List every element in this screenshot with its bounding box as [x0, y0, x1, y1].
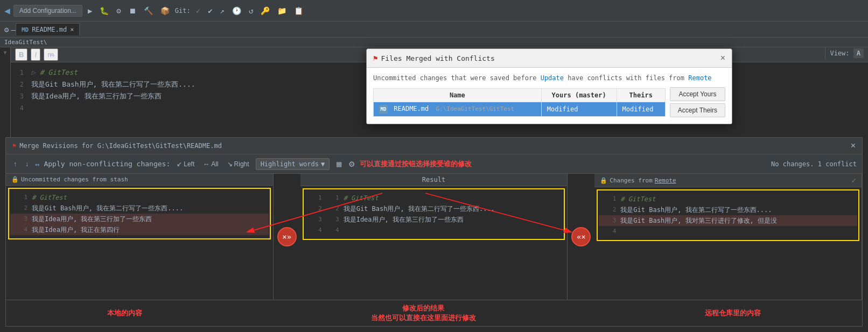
left-panel-header: 🔒 Uncommitted changes from stash: [6, 174, 273, 186]
center-panel: Result 1 1 # GitTest 2 2 我是Git Bash用户, 我…: [300, 174, 568, 300]
md-file-icon: MD: [22, 26, 29, 33]
line-number-4: 4: [11, 102, 24, 114]
files-table: Name Yours (master) Theirs MD README.md …: [373, 88, 666, 117]
left-panel: 🔒 Uncommitted changes from stash 1 # Git…: [6, 174, 274, 300]
table-header-yours: Yours (master): [541, 88, 617, 102]
apply-label: Apply non-conflicting changes:: [44, 160, 170, 168]
settings-button[interactable]: ⚙: [348, 160, 355, 168]
tab-bar: ⚙ – MD README.md ×: [0, 22, 868, 38]
accept-yours-button[interactable]: Accept Yours: [670, 87, 725, 101]
git-arrow-icon[interactable]: ↗: [218, 5, 227, 16]
right-panel-content: 1 # GitTest 2 我是Git Bash用户, 我在第二行写了一些东西.…: [594, 187, 862, 300]
right-code[interactable]: 1 # GitTest 2 我是Git Bash用户, 我在第二行写了一些东西.…: [599, 192, 857, 239]
footer-left-text: 本地的内容: [107, 308, 142, 318]
tab-readme[interactable]: MD README.md ×: [16, 23, 80, 36]
right-line-2: 2 我是Git Bash用户, 我在第二行写了一些东西....: [599, 204, 857, 215]
coverage-icon[interactable]: ⚙: [114, 5, 123, 16]
left-code[interactable]: 1 # GitTest 2 我是Git Bash用户, 我在第二行写了一些东西.…: [10, 190, 269, 237]
add-configuration-button[interactable]: Add Configuration...: [13, 5, 82, 17]
table-cell-theirs: Modified: [617, 102, 665, 116]
left-button[interactable]: ↙ Left: [174, 159, 197, 169]
right-button[interactable]: ↘ Right: [225, 159, 251, 169]
run-icon[interactable]: ▶: [86, 5, 94, 16]
navigate-back-icon[interactable]: ◀: [4, 5, 10, 16]
left-panel-content: 1 # GitTest 2 我是Git Bash用户, 我在第二行写了一些东西.…: [6, 186, 273, 300]
table-header-name: Name: [374, 88, 542, 102]
footer-center-annotation: 修改后的结果 当然也可以直接在这里面进行修改: [371, 303, 476, 323]
grid-view-button[interactable]: ▦: [334, 159, 344, 169]
table-cell-yours: Modified: [541, 102, 617, 116]
left-line-1: 1 # GitTest: [10, 192, 269, 203]
accept-theirs-button[interactable]: Accept Theirs: [670, 103, 725, 117]
settings-icon[interactable]: ⚙: [4, 25, 9, 34]
all-button[interactable]: ↔ All: [201, 159, 220, 169]
build-icon[interactable]: 🔨: [142, 5, 155, 16]
build2-icon[interactable]: 📦: [158, 5, 172, 16]
right-nav: « ×: [568, 174, 594, 300]
dialog-table-container: Name Yours (master) Theirs MD README.md …: [373, 88, 666, 117]
merge-git-icon: ⚑: [12, 142, 16, 150]
line-number-3: 3: [11, 90, 24, 102]
left-line-4: 4 我是Idea用户, 我正在第四行: [10, 224, 269, 235]
dialog-actions: Accept Yours Accept Theirs: [670, 87, 725, 117]
highlight-dropdown[interactable]: Highlight words ▼: [256, 158, 330, 170]
git-tick-icon[interactable]: ✔: [206, 5, 214, 16]
right-arrows-icon: »: [287, 232, 291, 241]
git-label: Git:: [175, 7, 191, 15]
table-row[interactable]: MD README.md G:\IdeaGitTest\GitTest Modi…: [374, 102, 666, 116]
strikethrough-button[interactable]: m̶: [44, 48, 58, 61]
dialog-body: Uncommitted changes that were saved befo…: [367, 68, 732, 124]
git-undo-icon[interactable]: ↺: [247, 5, 255, 16]
reject-left-button[interactable]: × »: [277, 227, 297, 246]
center-line-1: 1 1 # GitTest: [305, 193, 563, 203]
git-check-icon[interactable]: ✓: [194, 5, 202, 16]
italic-button[interactable]: I: [31, 48, 40, 61]
result-label: Result: [300, 174, 568, 186]
center-panel-content[interactable]: 1 1 # GitTest 2 2 我是Git Bash用户, 我在第二行写了一…: [300, 186, 568, 300]
git-clock-icon[interactable]: 🕐: [230, 5, 243, 16]
dialog-close-button[interactable]: ×: [720, 53, 725, 63]
sidebar-fold-icon: ▼: [3, 50, 6, 55]
minus-icon[interactable]: –: [11, 25, 15, 34]
left-arrow-icon: ↙: [177, 160, 182, 168]
apply-icon: ↔: [35, 160, 39, 168]
dialog-table-wrap: Name Yours (master) Theirs MD README.md …: [373, 87, 725, 117]
x2-icon: ×: [581, 232, 585, 241]
center-line-2: 2 2 我是Git Bash用户, 我在第二行写了一些东西....: [305, 203, 563, 214]
dialog-git-icon: ⚑: [373, 54, 377, 62]
tab-close-icon[interactable]: ×: [70, 26, 74, 33]
navigate-up-button[interactable]: ↑: [11, 159, 19, 169]
merge-footer: 本地的内容 修改后的结果 当然也可以直接在这里面进行修改 远程仓库里的内容: [6, 300, 862, 326]
git-folder-icon[interactable]: 📁: [275, 5, 289, 16]
footer-center-text2: 当然也可以直接在这里面进行修改: [371, 313, 476, 323]
git-copy-icon[interactable]: 📋: [292, 5, 305, 16]
lock-icon: 🔒: [11, 176, 19, 183]
merge-close-button[interactable]: ×: [851, 141, 856, 151]
left-line-2: 2 我是Git Bash用户, 我在第二行写了一些东西....: [10, 203, 269, 214]
table-header-theirs: Theirs: [617, 88, 665, 102]
navigate-down-button[interactable]: ↓: [23, 159, 31, 169]
left-line-3: 3 我是Idea用户, 我在第三行加了一些东西: [10, 214, 269, 224]
tab-filename: README.md: [32, 26, 67, 33]
footer-right-text: 远程仓库里的内容: [705, 308, 761, 318]
dialog-description: Uncommitted changes that were saved befo…: [373, 74, 725, 82]
footer-center-text1: 修改后的结果: [371, 303, 476, 313]
right-line-4: 4: [599, 226, 857, 237]
dropdown-arrow-icon: ▼: [321, 160, 325, 168]
stop-icon[interactable]: ⏹: [127, 5, 138, 16]
bold-button[interactable]: B: [15, 48, 27, 61]
footer-left-annotation: 本地的内容: [107, 308, 142, 318]
line-number-2: 2: [11, 79, 24, 90]
left-nav: × »: [274, 174, 300, 300]
debug-icon[interactable]: 🐛: [97, 5, 111, 16]
top-toolbar: ◀ Add Configuration... ▶ 🐛 ⚙ ⏹ 🔨 📦 Git: …: [0, 0, 868, 22]
center-line-4: 4 4: [305, 225, 563, 236]
git-key-icon[interactable]: 🔑: [258, 5, 272, 16]
reject-right-button[interactable]: « ×: [571, 227, 591, 246]
right-panel: 🔒 Changes from Remote ✓ 1 # GitTest 2 我是…: [594, 174, 862, 300]
center-line-3: 3 3 我是Idea用户, 我在第三行加了一些东西: [305, 214, 563, 225]
left-arrows-icon: «: [577, 232, 581, 241]
table-cell-name: MD README.md G:\IdeaGitTest\GitTest: [374, 102, 542, 116]
all-arrows-icon: ↔: [203, 160, 209, 168]
center-code[interactable]: 1 1 # GitTest 2 2 我是Git Bash用户, 我在第二行写了一…: [305, 190, 563, 238]
